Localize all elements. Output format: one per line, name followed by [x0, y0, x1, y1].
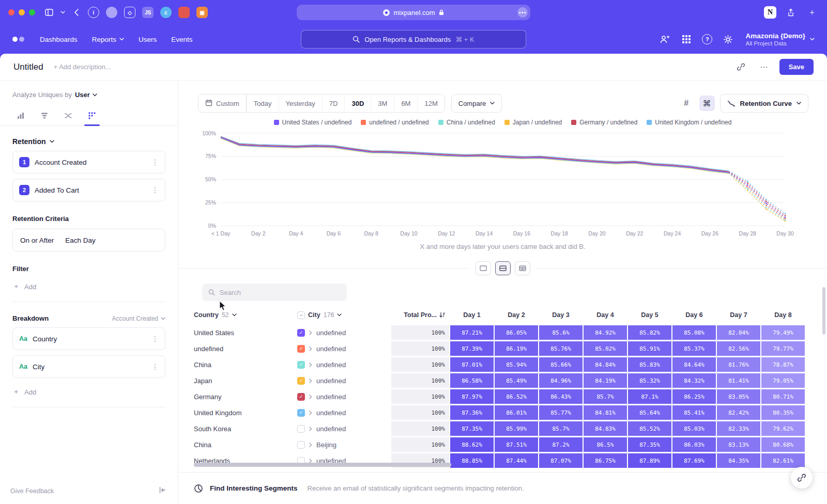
url-more-icon[interactable]: •••: [517, 7, 528, 18]
range-today[interactable]: Today: [247, 94, 279, 112]
retention-cell[interactable]: 86.03%: [672, 437, 716, 452]
command-icon-button[interactable]: ⌘: [699, 96, 715, 111]
retention-cell[interactable]: 87.97%: [450, 389, 494, 404]
tab-insights[interactable]: [9, 106, 32, 125]
retention-cell[interactable]: 79.62%: [761, 421, 805, 436]
retention-cell[interactable]: 81.76%: [717, 357, 760, 372]
expand-row-icon[interactable]: [309, 395, 312, 399]
retention-cell[interactable]: 78.87%: [761, 357, 805, 372]
legend-item[interactable]: Japan / undefined: [504, 119, 562, 126]
retention-cell[interactable]: 85.76%: [539, 341, 583, 356]
retention-cell[interactable]: 86.58%: [450, 373, 494, 388]
retention-cell[interactable]: 86.25%: [672, 389, 716, 404]
range-6m[interactable]: 6M: [394, 94, 417, 112]
new-tab-icon[interactable]: ＋: [805, 6, 819, 19]
row-checkbox[interactable]: ✓: [297, 345, 305, 353]
table-row[interactable]: undefined✓undefined100%87.39%86.19%85.76…: [194, 341, 811, 356]
retention-cell[interactable]: 79.49%: [761, 325, 805, 340]
gear-icon[interactable]: [722, 33, 734, 45]
expand-row-icon[interactable]: [309, 363, 312, 367]
add-breakdown-button[interactable]: ＋ Add: [12, 387, 165, 397]
table-row[interactable]: United Kingdom✓undefined100%87.36%86.01%…: [194, 405, 811, 420]
retention-cell[interactable]: 87.36%: [450, 405, 494, 420]
row-checkbox[interactable]: [297, 425, 305, 433]
tab-flows[interactable]: [57, 106, 80, 125]
copy-link-icon[interactable]: [734, 60, 748, 74]
day-column-header[interactable]: Day 1: [450, 311, 494, 319]
report-title[interactable]: Untitled: [13, 62, 43, 72]
retention-cell[interactable]: 82.04%: [717, 325, 760, 340]
breakdown-context-dropdown[interactable]: Account Created: [112, 315, 165, 322]
expand-row-icon[interactable]: [309, 443, 312, 447]
notion-icon[interactable]: N: [764, 6, 776, 19]
step-menu-icon[interactable]: ⋮: [151, 186, 159, 194]
retention-cell[interactable]: 85.94%: [495, 357, 538, 372]
retention-cell[interactable]: 85.83%: [628, 357, 671, 372]
retention-cell[interactable]: 84.92%: [584, 325, 627, 340]
give-feedback-link[interactable]: Give Feedback: [10, 487, 54, 495]
retention-cell[interactable]: 86.05%: [495, 325, 538, 340]
annotations-icon-button[interactable]: #: [679, 96, 694, 111]
expand-row-icon[interactable]: [309, 346, 312, 351]
breakdown-city[interactable]: AaCity⋮: [12, 355, 165, 378]
retention-chart[interactable]: 0%25%50%75%100%< 1 DayDay 2Day 4Day 6Day…: [196, 129, 795, 239]
range-30d[interactable]: 30D: [344, 94, 371, 112]
retention-cell[interactable]: 85.91%: [628, 341, 671, 356]
retention-cell[interactable]: 87.39%: [450, 341, 494, 356]
table-view-button[interactable]: [515, 261, 530, 275]
day-column-header[interactable]: Day 3: [539, 311, 583, 319]
breakdown-menu-icon[interactable]: ⋮: [151, 363, 159, 371]
range-custom[interactable]: Custom: [198, 94, 247, 112]
retention-cell[interactable]: 82.56%: [717, 341, 760, 356]
retention-cell[interactable]: 80.71%: [761, 389, 805, 404]
split-view-button[interactable]: [495, 261, 511, 275]
legend-item[interactable]: China / undefined: [438, 119, 495, 126]
save-button[interactable]: Save: [779, 59, 814, 75]
nav-item-users[interactable]: Users: [139, 36, 157, 43]
retention-cell[interactable]: 85.77%: [539, 405, 583, 420]
retention-cell[interactable]: 87.35%: [628, 437, 671, 452]
global-search-button[interactable]: Open Reports & Dashboards ⌘ + K: [301, 30, 526, 49]
retention-cell[interactable]: 84.81%: [584, 405, 627, 420]
row-checkbox[interactable]: ✓: [297, 377, 305, 385]
retention-cell[interactable]: 85.6%: [539, 325, 583, 340]
row-checkbox[interactable]: [297, 441, 305, 449]
c-extension-icon[interactable]: c: [160, 7, 172, 18]
expand-row-icon[interactable]: [309, 330, 312, 335]
row-checkbox[interactable]: ✓: [297, 329, 305, 337]
retention-cell[interactable]: 86.01%: [495, 405, 538, 420]
retention-cell[interactable]: 80.35%: [761, 405, 805, 420]
compare-button[interactable]: Compare: [451, 94, 502, 113]
add-description[interactable]: + Add description...: [54, 63, 111, 71]
back-button[interactable]: [69, 6, 83, 19]
expand-row-icon[interactable]: [309, 411, 312, 415]
retention-cell[interactable]: 85.08%: [672, 325, 716, 340]
range-7d[interactable]: 7D: [322, 94, 345, 112]
close-button[interactable]: [8, 9, 14, 15]
nav-item-reports[interactable]: Reports: [92, 36, 124, 43]
retention-cell[interactable]: 84.64%: [672, 357, 716, 372]
retention-cell[interactable]: 87.2%: [539, 437, 583, 452]
red-extension-icon[interactable]: [178, 7, 190, 18]
apps-grid-icon[interactable]: [680, 33, 693, 45]
retention-cell[interactable]: 82.42%: [717, 405, 760, 420]
retention-cell[interactable]: 87.21%: [450, 325, 494, 340]
expand-row-icon[interactable]: [309, 379, 312, 383]
nav-item-events[interactable]: Events: [171, 36, 192, 43]
retention-cell[interactable]: 85.99%: [495, 421, 538, 436]
retention-cell[interactable]: 81.41%: [717, 373, 760, 388]
breakdown-country[interactable]: AaCountry⋮: [12, 327, 165, 350]
retention-cell[interactable]: 85.02%: [584, 341, 627, 356]
retention-cell[interactable]: 87.51%: [495, 437, 538, 452]
row-checkbox[interactable]: ✓: [297, 393, 305, 401]
retention-cell[interactable]: 85.03%: [672, 421, 716, 436]
table-row[interactable]: Germany✓undefined100%87.97%86.52%86.43%8…: [194, 389, 811, 404]
cube-extension-icon[interactable]: ◇: [124, 7, 135, 18]
add-filter-button[interactable]: ＋ Add: [12, 282, 165, 291]
table-row[interactable]: United States✓undefined100%87.21%86.05%8…: [194, 325, 811, 340]
criteria-interval-dropdown[interactable]: Each Day: [65, 237, 96, 244]
table-search-input[interactable]: [220, 289, 341, 296]
retention-section-header[interactable]: Retention: [12, 137, 165, 146]
url-bar[interactable]: mixpanel.com •••: [297, 5, 530, 20]
retention-cell[interactable]: 86.5%: [584, 437, 627, 452]
